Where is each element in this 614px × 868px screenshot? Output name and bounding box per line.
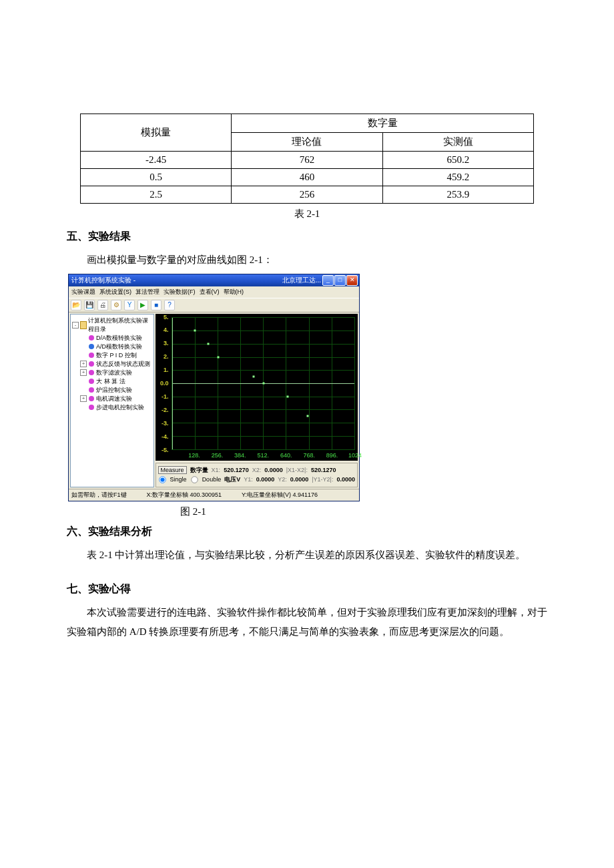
toolbar-button[interactable]: ⚙ bbox=[111, 300, 121, 310]
node-icon bbox=[89, 396, 94, 401]
tree-item[interactable]: D/A数模转换实验 bbox=[80, 334, 152, 343]
x-tick-label: 896. bbox=[326, 452, 338, 459]
tree-item-label: 数字滤波实验 bbox=[96, 369, 132, 377]
y-tick-label: 0.0 bbox=[160, 380, 169, 387]
toolbar-button[interactable]: 📂 bbox=[71, 300, 81, 310]
menu-item[interactable]: 系统设置(S) bbox=[99, 288, 131, 296]
maximize-icon[interactable]: □ bbox=[334, 275, 346, 286]
tree-item-label: 电机调速实验 bbox=[96, 395, 132, 403]
minimize-icon[interactable]: _ bbox=[322, 275, 334, 286]
node-icon bbox=[89, 353, 94, 358]
toolbar-button[interactable]: 🖨 bbox=[97, 300, 108, 310]
table-caption: 表 2-1 bbox=[67, 208, 547, 220]
th-analog: 模拟量 bbox=[81, 114, 232, 152]
plot-area[interactable]: 5.4.3.2.1.0.0-1.-2.-3.-4.-5. 128.256.384… bbox=[156, 314, 358, 461]
toolbar-button[interactable]: ▶ bbox=[137, 300, 148, 310]
y-tick-label: 3. bbox=[164, 340, 169, 347]
chart-panel: 5.4.3.2.1.0.0-1.-2.-3.-4.-5. 128.256.384… bbox=[156, 314, 358, 487]
tree-item-label: 步进电机控制实验 bbox=[96, 403, 144, 412]
section-6-text: 表 2-1 中计算出理论值，与实验结果比较，分析产生误差的原因系仪器误差、实验软… bbox=[67, 546, 547, 565]
menu-item[interactable]: 算法管理 bbox=[135, 288, 160, 296]
close-icon[interactable]: ✕ bbox=[346, 275, 358, 286]
section-7-text: 本次试验需要进行的连电路、实验软件操作都比较简单，但对于实验原理我们应有更加深刻… bbox=[67, 603, 547, 641]
node-icon bbox=[89, 361, 94, 367]
x-tick-label: 640. bbox=[280, 452, 292, 459]
th-digital: 数字量 bbox=[232, 114, 534, 133]
menu-item[interactable]: 实验数据(F) bbox=[164, 288, 196, 296]
tree-item[interactable]: +数字滤波实验 bbox=[80, 369, 152, 377]
title-bar[interactable]: 计算机控制系统实验 - 北京理工达... _ □ ✕ bbox=[69, 274, 359, 286]
status-help: 如需帮助，请按F1键 bbox=[71, 491, 127, 499]
y-tick-label: -4. bbox=[162, 433, 169, 440]
y-tick-label: -5. bbox=[162, 447, 169, 453]
tree-item-label: 炉温控制实验 bbox=[96, 386, 132, 395]
x-tick-label: 768. bbox=[303, 452, 315, 459]
tree-root-label[interactable]: 计算机控制系统实验课程目录 bbox=[88, 316, 151, 334]
y-tick-label: 5. bbox=[164, 314, 169, 320]
node-icon bbox=[89, 387, 94, 393]
table-2-1: 模拟量 数字量 理论值 实测值 -2.45 762 650.2 0.5 460 … bbox=[80, 114, 534, 204]
mode-double-radio[interactable] bbox=[191, 476, 198, 483]
tree-item-label: 状态反馈与状态观测 bbox=[96, 360, 150, 369]
data-point bbox=[263, 383, 265, 385]
section-5-title: 五、实验结果 bbox=[67, 230, 547, 244]
x-tick-label: 1024 bbox=[348, 452, 362, 459]
data-point bbox=[218, 356, 220, 358]
data-point bbox=[287, 395, 289, 397]
y-tick-label: 1. bbox=[164, 367, 169, 373]
tree-item[interactable]: 炉温控制实验 bbox=[80, 386, 152, 395]
tree-item[interactable]: 数字 P I D 控制 bbox=[80, 351, 152, 360]
tree-item[interactable]: 步进电机控制实验 bbox=[80, 403, 152, 412]
menu-item[interactable]: 实验课题 bbox=[71, 288, 95, 296]
toolbar-button[interactable]: ■ bbox=[151, 300, 162, 310]
y1-value: 0.0000 bbox=[256, 476, 275, 483]
x2-value: 0.0000 bbox=[264, 467, 283, 473]
menu-item[interactable]: 查看(V) bbox=[200, 288, 220, 296]
tree-item[interactable]: +状态反馈与状态观测 bbox=[80, 360, 152, 369]
status-bar: 如需帮助，请按F1键 X:数字量坐标轴 400.300951 Y:电压量坐标轴(… bbox=[69, 489, 359, 501]
tool-bar: 📂💾🖨⚙Y▶■? bbox=[69, 298, 359, 312]
window-title: 计算机控制系统实验 - bbox=[71, 276, 282, 285]
tree-item-label: D/A数模转换实验 bbox=[96, 334, 142, 343]
toolbar-button[interactable]: ? bbox=[164, 300, 175, 310]
status-y: Y:电压量坐标轴(V) 4.941176 bbox=[242, 491, 318, 499]
menu-bar: 实验课题系统设置(S)算法管理实验数据(F)查看(V)帮助(H) bbox=[69, 286, 359, 298]
row2-label: 电压V bbox=[224, 475, 240, 484]
expand-icon[interactable]: + bbox=[80, 361, 87, 367]
status-x: X:数字量坐标轴 400.300951 bbox=[147, 491, 222, 499]
y2-value: 0.0000 bbox=[290, 476, 309, 483]
expand-icon[interactable]: + bbox=[80, 369, 87, 376]
x-tick-label: 512. bbox=[258, 452, 270, 459]
y-tick-label: -3. bbox=[162, 420, 169, 427]
toolbar-button[interactable]: Y bbox=[124, 300, 135, 310]
readout-panel: Measure 数字量 X1: 520.1270 X2: 0.0000 |X1-… bbox=[156, 463, 358, 487]
toolbar-button[interactable]: 💾 bbox=[84, 300, 95, 310]
dx-value: 520.1270 bbox=[311, 467, 336, 473]
tree-item[interactable]: +电机调速实验 bbox=[80, 395, 152, 403]
menu-item[interactable]: 帮助(H) bbox=[224, 288, 244, 296]
table-row: -2.45 762 650.2 bbox=[81, 152, 534, 169]
dy-value: 0.0000 bbox=[336, 476, 355, 483]
node-icon bbox=[89, 405, 94, 410]
tree-item[interactable]: A/D模数转换实验 bbox=[80, 343, 152, 351]
table-row: 2.5 256 253.9 bbox=[81, 186, 534, 204]
x-tick-label: 128. bbox=[188, 452, 200, 459]
folder-icon bbox=[80, 321, 87, 329]
row1-label: 数字量 bbox=[190, 466, 208, 475]
table-row: 0.5 460 459.2 bbox=[81, 169, 534, 186]
data-point bbox=[253, 376, 255, 378]
data-point bbox=[208, 343, 210, 345]
y-tick-label: -2. bbox=[162, 407, 169, 413]
tree-collapse-icon[interactable]: - bbox=[72, 322, 79, 329]
data-point bbox=[194, 330, 196, 332]
tree-item-label: A/D模数转换实验 bbox=[96, 343, 142, 351]
node-icon bbox=[89, 370, 94, 375]
figure-caption: 图 2-1 bbox=[180, 505, 547, 518]
data-point bbox=[306, 415, 308, 417]
expand-icon[interactable]: + bbox=[80, 395, 87, 402]
measure-button[interactable]: Measure bbox=[158, 466, 187, 474]
tree-item[interactable]: 大 林 算 法 bbox=[80, 377, 152, 386]
section-6-title: 六、实验结果分析 bbox=[67, 525, 547, 539]
tree-item-label: 大 林 算 法 bbox=[96, 377, 125, 386]
mode-single-radio[interactable] bbox=[159, 476, 166, 483]
